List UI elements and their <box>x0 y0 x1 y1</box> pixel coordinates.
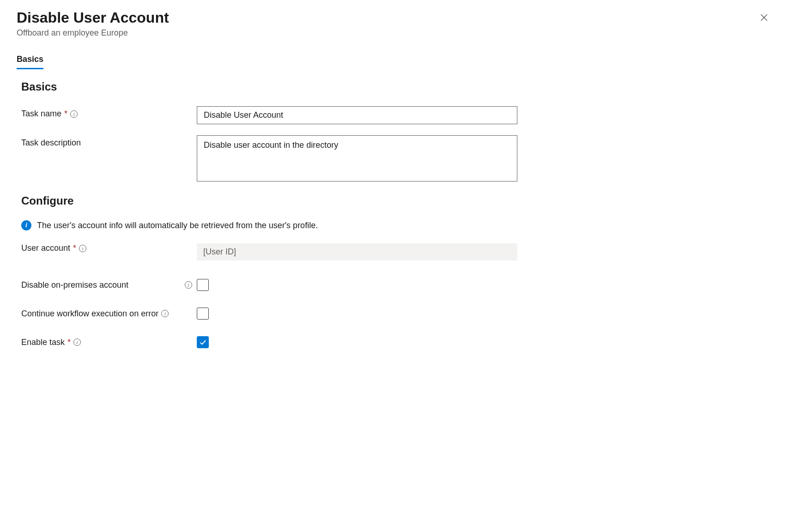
enable-task-label: Enable task <box>21 338 65 347</box>
section-title-configure: Configure <box>17 194 772 207</box>
section-title-basics: Basics <box>17 80 772 93</box>
required-indicator: * <box>64 109 67 119</box>
task-name-input[interactable] <box>197 106 517 124</box>
continue-on-error-row: Continue workflow execution on error i <box>17 308 772 320</box>
close-button[interactable] <box>756 9 772 27</box>
checkmark-icon <box>199 338 207 346</box>
enable-task-row: Enable task * i <box>17 336 772 348</box>
task-description-label: Task description <box>21 138 81 148</box>
disable-onprem-label: Disable on-premises account <box>21 280 128 290</box>
info-icon[interactable]: i <box>79 245 86 252</box>
task-description-input[interactable] <box>197 135 517 181</box>
info-icon[interactable]: i <box>185 281 192 289</box>
info-banner: i The user's account info will automatic… <box>17 220 772 230</box>
close-icon <box>759 13 769 22</box>
user-account-label: User account <box>21 243 70 253</box>
continue-on-error-checkbox[interactable] <box>197 308 209 320</box>
disable-onprem-label-group: Disable on-premises account i <box>21 280 197 290</box>
tab-basics[interactable]: Basics <box>17 51 43 69</box>
info-banner-icon: i <box>21 220 31 230</box>
continue-on-error-label-group: Continue workflow execution on error i <box>21 309 197 319</box>
continue-on-error-label: Continue workflow execution on error <box>21 309 158 319</box>
required-indicator: * <box>67 338 71 347</box>
task-name-label: Task name <box>21 109 61 119</box>
user-account-row: User account * i [User ID] <box>17 243 772 260</box>
tab-bar: Basics <box>17 51 772 69</box>
header-text: Disable User Account Offboard an employe… <box>17 9 169 38</box>
required-indicator: * <box>73 243 76 253</box>
page-header: Disable User Account Offboard an employe… <box>17 9 772 38</box>
task-description-control <box>197 135 517 183</box>
info-banner-text: The user's account info will automatical… <box>37 221 318 230</box>
task-name-label-group: Task name * i <box>21 106 197 119</box>
enable-task-checkbox[interactable] <box>197 336 209 348</box>
user-account-control: [User ID] <box>197 243 517 260</box>
task-name-row: Task name * i <box>17 106 772 124</box>
task-description-label-group: Task description <box>21 135 197 148</box>
disable-onprem-row: Disable on-premises account i <box>17 279 772 291</box>
page-title: Disable User Account <box>17 9 169 26</box>
disable-onprem-checkbox[interactable] <box>197 279 209 291</box>
task-description-row: Task description <box>17 135 772 183</box>
user-account-label-group: User account * i <box>21 243 197 253</box>
task-name-control <box>197 106 517 124</box>
info-icon[interactable]: i <box>70 110 78 118</box>
page-subtitle: Offboard an employee Europe <box>17 28 169 38</box>
enable-task-label-group: Enable task * i <box>21 338 197 347</box>
info-icon[interactable]: i <box>73 339 81 346</box>
user-account-readonly: [User ID] <box>197 243 517 260</box>
info-icon[interactable]: i <box>161 310 169 317</box>
